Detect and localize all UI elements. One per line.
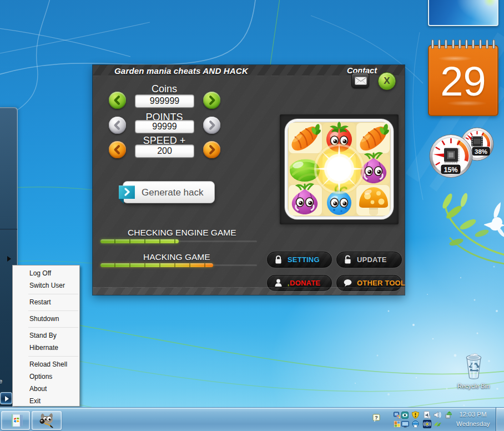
lock-icon <box>274 255 283 264</box>
menu-item-log-off[interactable]: Log Off <box>13 267 79 279</box>
menu-item-options[interactable]: Options <box>13 370 79 383</box>
speed-input[interactable] <box>135 144 194 158</box>
speaker-tray-icon[interactable] <box>434 411 442 419</box>
context-menu: Log Off Switch User Restart Shutdown Sta… <box>12 265 80 407</box>
show-desktop-button[interactable] <box>496 408 504 431</box>
close-x: X <box>384 76 390 86</box>
menu-separator <box>28 310 78 311</box>
recycle-bin-icon[interactable]: Recycle Bin <box>455 350 492 390</box>
calendar-day: 29 <box>429 61 497 102</box>
audio-doc-tray-icon[interactable] <box>424 411 431 419</box>
donate-prefix: , <box>288 280 289 287</box>
clock-day[interactable]: Wednesday <box>456 420 490 427</box>
software-box-icon <box>7 412 24 429</box>
generate-hack-button[interactable]: Generate hack <box>123 181 215 203</box>
speed-decrease-button[interactable] <box>109 141 126 158</box>
pc-status-tray-icon[interactable] <box>394 412 401 419</box>
menu-separator <box>28 294 78 294</box>
menu-item-about[interactable]: About <box>13 383 79 395</box>
setting-button[interactable]: SETTING <box>267 252 332 268</box>
spiral-ring <box>492 39 495 49</box>
chevron-right-icon <box>123 187 132 197</box>
cpu-chip-icon <box>444 148 460 164</box>
update-label: UPDATE <box>357 255 387 264</box>
menu-item-restart[interactable]: Restart <box>13 296 79 308</box>
taskbar-gimp-button[interactable] <box>32 411 62 430</box>
coins-decrease-button[interactable] <box>109 92 126 109</box>
fragment-text: e <box>0 378 2 384</box>
expand-arrow-button[interactable] <box>0 392 12 404</box>
hack-tool-window: Garden mania cheats AND HACK Contact X C… <box>93 65 405 295</box>
clock-time[interactable]: 12:03 PM <box>456 411 490 418</box>
chevron-left-icon <box>112 95 123 106</box>
chevron-right-icon <box>206 95 217 106</box>
taskbar-app-button[interactable] <box>1 411 30 430</box>
cpu-gauge: 15% <box>430 135 472 178</box>
network-activity-tray-icon[interactable] <box>434 421 442 428</box>
globe-hand-tray-icon[interactable] <box>412 420 419 428</box>
eye-tray-icon[interactable] <box>401 412 409 419</box>
help-badge-text: ? <box>375 415 378 420</box>
spiral-ring <box>486 39 488 49</box>
person-icon <box>274 278 283 288</box>
collage-tray-icon[interactable] <box>394 420 401 428</box>
generate-ribbon <box>119 186 135 199</box>
recycle-bin-glyph <box>462 350 485 380</box>
menu-item-shutdown[interactable]: Shutdown <box>13 313 79 325</box>
spiral-ring <box>445 39 447 49</box>
unlock-icon <box>343 255 352 264</box>
calendar-gadget[interactable]: 29 <box>428 39 498 116</box>
points-increase-button[interactable] <box>203 117 220 134</box>
hacking-progress-label: HACKING GAME <box>143 252 210 262</box>
chevron-left-icon <box>112 120 123 131</box>
starburst-icon <box>313 142 366 196</box>
update-button[interactable]: UPDATE <box>336 252 402 268</box>
spiral-ring <box>465 39 468 49</box>
mail-icon <box>355 77 367 85</box>
points-input[interactable] <box>135 120 194 133</box>
spiral-ring <box>452 39 455 49</box>
cpu-meter-gadget[interactable]: 38% <box>424 126 502 182</box>
ribbon-fold <box>119 199 124 204</box>
other-tool-label: OTHER TOOL <box>357 279 405 287</box>
wireless-tray-icon[interactable] <box>423 420 431 428</box>
eject-tray-icon[interactable] <box>445 411 452 419</box>
points-decrease-button[interactable] <box>109 117 126 134</box>
mail-button[interactable] <box>351 73 369 88</box>
chevron-right-icon <box>206 120 217 131</box>
menu-item-switch-user[interactable]: Switch User <box>13 279 79 292</box>
shield-tray-icon[interactable] <box>412 411 419 419</box>
spiral-ring <box>458 39 461 49</box>
desktop: 29 <box>0 0 504 431</box>
menu-item-exit[interactable]: Exit <box>13 395 79 407</box>
slideshow-gadget[interactable] <box>428 0 498 26</box>
game-preview-image <box>284 118 394 220</box>
spiral-ring <box>472 39 475 49</box>
menu-item-hibernate[interactable]: Hibernate <box>13 342 79 354</box>
help-tray-icon[interactable]: ? <box>372 414 380 422</box>
checking-progress-fill <box>100 239 179 243</box>
menu-separator <box>28 327 78 328</box>
coins-input[interactable] <box>135 94 194 108</box>
monitor-tray-icon[interactable] <box>401 421 409 428</box>
generate-hack-label: Generate hack <box>142 187 204 198</box>
menu-item-stand-by[interactable]: Stand By <box>13 329 79 342</box>
checking-progress-label: CHECKING ENGINE GAME <box>128 228 236 238</box>
spiral-ring <box>479 39 482 49</box>
coins-increase-button[interactable] <box>203 92 220 109</box>
donate-label: DONATE <box>290 279 320 287</box>
window-footer <box>93 287 405 295</box>
menu-item-reload-shell[interactable]: Reload Shell <box>13 358 79 370</box>
slideshow-photo <box>429 0 497 25</box>
play-arrow-icon <box>5 396 9 402</box>
menu-separator <box>28 356 78 357</box>
submenu-arrow-icon <box>7 256 11 262</box>
ram-usage-value: 38% <box>475 148 487 155</box>
coins-label: Coins <box>114 83 214 95</box>
speed-increase-button[interactable] <box>203 141 220 158</box>
chevron-right-icon <box>206 144 217 155</box>
recycle-bin-label: Recycle Bin <box>455 383 492 389</box>
gimp-icon <box>38 413 56 428</box>
close-button[interactable]: X <box>378 72 396 90</box>
spiral-ring <box>431 39 434 49</box>
